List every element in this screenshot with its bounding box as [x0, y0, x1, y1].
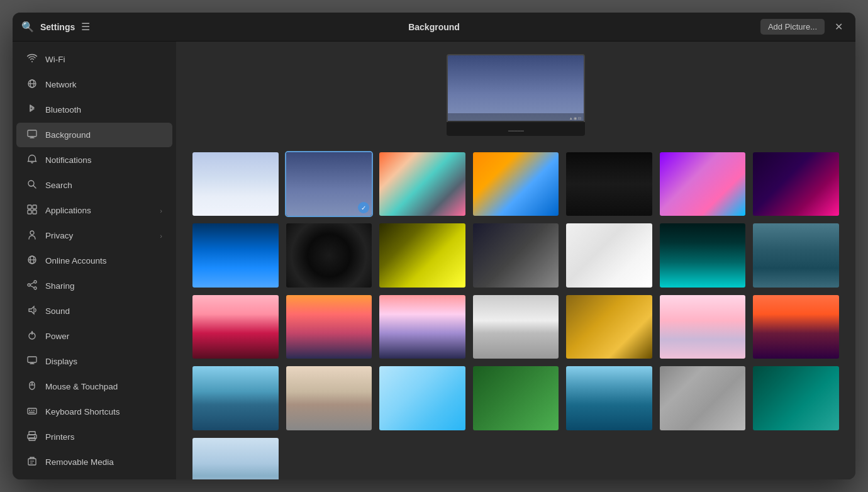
wallpaper-thumb-inner-15 — [286, 295, 372, 359]
svg-rect-30 — [28, 408, 36, 414]
sidebar-item-notifications-label: Notifications — [45, 155, 162, 165]
svg-rect-10 — [28, 210, 31, 214]
bluetooth-icon — [26, 104, 38, 116]
online-accounts-icon — [26, 255, 38, 267]
sidebar-item-mouse-touchpad-label: Mouse & Touchpad — [45, 382, 162, 391]
wallpaper-item-15[interactable] — [285, 294, 374, 360]
sidebar-item-mouse-touchpad[interactable]: Mouse & Touchpad — [16, 374, 172, 399]
wallpaper-item-25[interactable] — [565, 365, 654, 431]
wallpaper-thumb-inner-26 — [660, 366, 746, 430]
wallpaper-item-21[interactable] — [191, 365, 280, 431]
wallpaper-item-23[interactable] — [378, 365, 467, 431]
sidebar-item-notifications[interactable]: Notifications — [16, 148, 172, 172]
wallpaper-item-22[interactable] — [285, 365, 374, 431]
sidebar-item-network[interactable]: Network — [16, 72, 172, 97]
background-icon — [26, 129, 38, 141]
sidebar-item-applications-label: Applications — [45, 206, 152, 215]
close-button[interactable]: ✕ — [831, 20, 847, 34]
svg-rect-11 — [33, 210, 36, 214]
sidebar-item-online-accounts[interactable]: Online Accounts — [16, 249, 172, 273]
wallpaper-item-8[interactable] — [285, 222, 374, 288]
wallpaper-thumb-inner-5 — [660, 152, 746, 216]
wallpaper-item-16[interactable] — [378, 294, 467, 360]
wallpaper-item-5[interactable] — [659, 151, 747, 217]
sidebar-item-search[interactable]: Search — [16, 173, 172, 198]
sidebar-item-power[interactable]: Power — [16, 324, 172, 349]
applications-arrow: › — [160, 207, 162, 215]
svg-line-19 — [30, 282, 34, 284]
wallpaper-thumb-inner-6 — [753, 152, 839, 216]
wallpaper-item-28[interactable] — [191, 437, 280, 479]
wallpaper-item-14[interactable] — [191, 294, 280, 360]
sidebar-item-privacy[interactable]: Privacy › — [16, 223, 172, 248]
taskbar-indicator: ▲ ◉ ⊟ — [569, 116, 581, 120]
wallpaper-item-19[interactable] — [659, 294, 747, 360]
wallpaper-item-20[interactable] — [752, 294, 840, 360]
wallpaper-thumb-inner-16 — [379, 295, 465, 359]
displays-icon — [26, 355, 38, 367]
wallpaper-item-17[interactable] — [472, 294, 560, 360]
svg-rect-8 — [28, 205, 31, 209]
sidebar-item-privacy-label: Privacy — [45, 231, 152, 240]
menu-icon[interactable]: ☰ — [81, 21, 90, 33]
search-icon: 🔍 — [21, 21, 34, 33]
wallpaper-preview: ▲ ◉ ⊟ ━━━━━ — [447, 54, 585, 136]
sidebar: Wi-Fi Network — [13, 42, 176, 479]
wallpaper-item-7[interactable] — [191, 222, 280, 288]
wallpaper-item-18[interactable] — [565, 294, 654, 360]
wallpaper-item-26[interactable] — [659, 365, 747, 431]
monitor-taskbar: ▲ ◉ ⊟ — [448, 113, 584, 122]
sidebar-item-keyboard-shortcuts-label: Keyboard Shortcuts — [45, 407, 162, 417]
monitor-screen: ▲ ◉ ⊟ — [447, 54, 585, 122]
svg-point-29 — [31, 383, 33, 384]
sidebar-item-background[interactable]: Background — [16, 123, 172, 147]
svg-rect-23 — [28, 357, 36, 362]
sidebar-item-keyboard-shortcuts[interactable]: Keyboard Shortcuts — [16, 400, 172, 424]
wallpaper-item-2[interactable] — [378, 151, 467, 217]
sidebar-item-search-label: Search — [45, 181, 162, 190]
wallpaper-item-10[interactable] — [472, 222, 560, 288]
wallpaper-item-12[interactable] — [659, 222, 747, 288]
wallpaper-item-13[interactable] — [752, 222, 840, 288]
wallpaper-item-1[interactable]: ✓ — [285, 151, 374, 217]
wallpaper-item-0[interactable] — [191, 151, 280, 217]
wallpaper-thumb-inner-8 — [286, 223, 372, 287]
wallpaper-thumb-inner-13 — [753, 223, 839, 287]
wallpaper-item-6[interactable] — [752, 151, 840, 217]
sidebar-item-wifi[interactable]: Wi-Fi — [16, 47, 172, 72]
sidebar-item-applications[interactable]: Applications › — [16, 198, 172, 223]
wallpaper-item-27[interactable] — [752, 365, 840, 431]
svg-rect-35 — [29, 432, 35, 435]
sidebar-item-removable-media[interactable]: Removable Media — [16, 450, 172, 474]
wallpaper-item-24[interactable] — [472, 365, 560, 431]
sidebar-item-printers-label: Printers — [45, 432, 162, 442]
wallpaper-thumb-inner-14 — [192, 295, 279, 359]
sidebar-item-online-accounts-label: Online Accounts — [45, 256, 162, 266]
wallpaper-thumb-inner-23 — [379, 366, 465, 430]
wallpaper-item-4[interactable] — [565, 151, 654, 217]
svg-rect-9 — [33, 205, 36, 209]
wallpaper-item-9[interactable] — [378, 222, 467, 288]
add-picture-button[interactable]: Add Picture... — [760, 19, 825, 35]
main-area: Wi-Fi Network — [13, 42, 855, 479]
search-icon-sidebar — [26, 179, 38, 191]
sidebar-item-sound-label: Sound — [45, 306, 162, 316]
privacy-arrow: › — [160, 232, 162, 240]
sidebar-item-displays[interactable]: Displays — [16, 349, 172, 374]
sidebar-item-sound[interactable]: Sound — [16, 299, 172, 323]
sidebar-item-sharing[interactable]: Sharing — [16, 274, 172, 298]
sidebar-item-network-label: Network — [45, 80, 162, 89]
wallpaper-item-3[interactable] — [472, 151, 560, 217]
sidebar-item-background-label: Background — [45, 130, 162, 140]
settings-title: Settings — [40, 22, 75, 32]
svg-rect-39 — [28, 459, 36, 465]
svg-rect-37 — [29, 438, 35, 440]
wallpaper-item-11[interactable] — [565, 222, 654, 288]
removable-media-icon — [26, 456, 38, 468]
sidebar-item-bluetooth[interactable]: Bluetooth — [16, 98, 172, 122]
svg-rect-34 — [29, 412, 35, 413]
monitor-base: ━━━━━ — [447, 122, 585, 136]
notifications-icon — [26, 154, 38, 166]
sidebar-item-printers[interactable]: Printers — [16, 425, 172, 449]
sharing-icon — [26, 280, 38, 292]
